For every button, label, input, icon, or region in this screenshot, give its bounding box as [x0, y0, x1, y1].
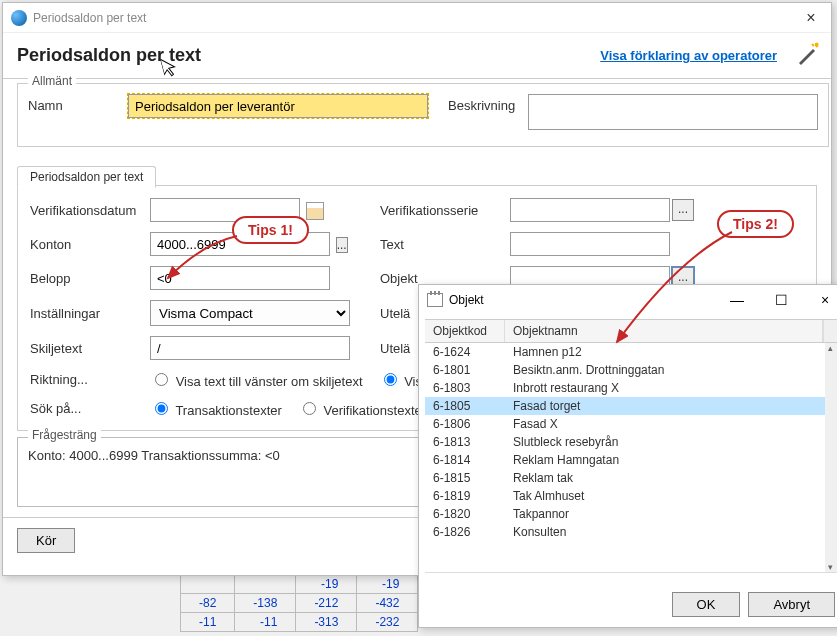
- wand-icon[interactable]: [795, 41, 821, 73]
- col-objektkod[interactable]: Objektkod: [425, 320, 505, 342]
- install-label: Inställningar: [30, 306, 150, 321]
- konton-label: Konton: [30, 237, 150, 252]
- name-input[interactable]: [128, 94, 428, 118]
- sok-opt1[interactable]: Transaktionstexter: [150, 399, 282, 418]
- help-link[interactable]: Visa förklaring av operatorer: [600, 48, 777, 63]
- popup-window-icon: [427, 293, 443, 307]
- popup-title-bar: Objekt — ☐ ×: [419, 285, 837, 315]
- query-text: Konto: 4000...6999 Transaktionssumma: <0: [28, 448, 280, 463]
- app-icon: [11, 10, 27, 26]
- close-icon[interactable]: ×: [791, 3, 831, 33]
- tips1-text: Tips 1!: [232, 216, 309, 244]
- text-label: Text: [380, 237, 510, 252]
- list-item[interactable]: 6-1814Reklam Hamngatan: [425, 451, 837, 469]
- list-item[interactable]: 6-1803Inbrott restaurang X: [425, 379, 837, 397]
- verifdatum-label: Verifikationsdatum: [30, 203, 150, 218]
- list-item[interactable]: 6-1624Hamnen p12: [425, 343, 837, 361]
- install-select[interactable]: Visma Compact: [150, 300, 350, 326]
- list-item[interactable]: 6-1805Fasad torget: [425, 397, 837, 415]
- list-item[interactable]: 6-1826Konsulten: [425, 523, 837, 541]
- description-input[interactable]: [528, 94, 818, 130]
- name-label: Namn: [28, 94, 128, 113]
- scrollbar[interactable]: [825, 343, 837, 572]
- verifserie-label: Verifikationsserie: [380, 203, 510, 218]
- text-input[interactable]: [510, 232, 670, 256]
- list-item[interactable]: 6-1820Takpannor: [425, 505, 837, 523]
- tips1-callout: Tips 1!: [232, 216, 309, 244]
- list-item[interactable]: 6-1819Tak Almhuset: [425, 487, 837, 505]
- belopp-label: Belopp: [30, 271, 150, 286]
- riktning-opt1[interactable]: Visa text till vänster om skiljetext: [150, 370, 363, 389]
- verifserie-picker-button[interactable]: ...: [672, 199, 694, 221]
- skiljetext-input[interactable]: [150, 336, 350, 360]
- main-title-bar: Periodsaldon per text ×: [3, 3, 831, 33]
- konton-picker-button[interactable]: ...: [336, 237, 348, 253]
- skiljetext-label: Skiljetext: [30, 341, 150, 356]
- cancel-button[interactable]: Avbryt: [748, 592, 835, 617]
- list-item[interactable]: 6-1806Fasad X: [425, 415, 837, 433]
- svg-point-0: [816, 43, 819, 46]
- objekt-popup: Objekt — ☐ × Objektkod Objektnamn 6-1624…: [418, 284, 837, 628]
- verifserie-input[interactable]: [510, 198, 670, 222]
- tab-periodsaldon[interactable]: Periodsaldon per text: [17, 166, 156, 188]
- general-section: Namn Beskrivning: [17, 83, 829, 147]
- popup-footer: OK Avbryt: [672, 592, 835, 617]
- maximize-icon[interactable]: ☐: [759, 285, 803, 315]
- list-item[interactable]: 6-1815Reklam tak: [425, 469, 837, 487]
- sok-opt2[interactable]: Verifikationstexter: [298, 399, 426, 418]
- ok-button[interactable]: OK: [672, 592, 741, 617]
- list-item[interactable]: 6-1801Besiktn.anm. Drottninggatan: [425, 361, 837, 379]
- sok-label: Sök på...: [30, 401, 150, 416]
- window-title: Periodsaldon per text: [33, 11, 823, 25]
- list-item[interactable]: 6-1813Slutbleck resebyrån: [425, 433, 837, 451]
- tips2-callout: Tips 2!: [717, 210, 794, 238]
- header: Periodsaldon per text Visa förklaring av…: [3, 33, 831, 79]
- header-scroll-gap: [823, 320, 837, 342]
- run-button[interactable]: Kör: [17, 528, 75, 553]
- popup-list[interactable]: 6-1624Hamnen p126-1801Besiktn.anm. Drott…: [425, 343, 837, 573]
- riktning-label: Riktning...: [30, 372, 150, 387]
- popup-close-icon[interactable]: ×: [803, 285, 837, 315]
- description-label: Beskrivning: [448, 94, 528, 113]
